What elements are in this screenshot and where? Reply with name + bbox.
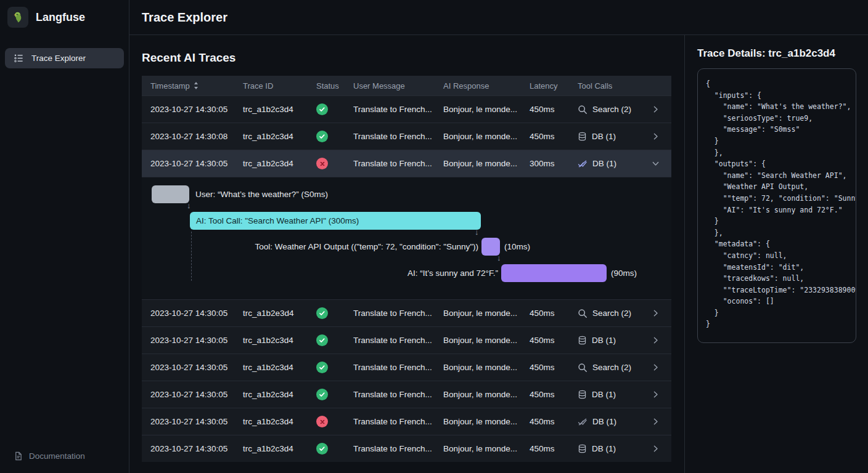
trace-details-title: Trace Details: trc_a1b2c3d4 bbox=[697, 47, 856, 60]
trace-json-viewer: { "inputs": { "name": "What's the weathe… bbox=[697, 68, 856, 343]
trace-waterfall-panel: User: “What’s the weather?” (S0ms) ↓ AI:… bbox=[142, 177, 671, 299]
brand-name: Langfuse bbox=[36, 11, 85, 24]
table-row[interactable]: 2023-10-27 14:30:05 trc_a1b2c3d4 Transla… bbox=[142, 150, 671, 177]
sidebar-item-trace-explorer[interactable]: Trace Explorer bbox=[5, 48, 124, 68]
latency-cell: 450ms bbox=[521, 132, 569, 141]
section-title: Recent AI Traces bbox=[142, 51, 671, 65]
tool-calls-label: DB (1) bbox=[592, 390, 616, 399]
span-label-tool-output: Tool: Weather API Output (("temp": 72, "… bbox=[255, 238, 478, 256]
table-row[interactable]: 2023-10-27 14:30:05 trc_a1b2c3d4 Transla… bbox=[142, 435, 671, 462]
double-check-icon bbox=[578, 159, 588, 169]
tool-calls-cell: DB (1) bbox=[569, 159, 645, 169]
user-message-cell: Translate to French... bbox=[345, 336, 435, 345]
chevron-down-icon[interactable] bbox=[651, 159, 660, 168]
documentation-link[interactable]: Documentation bbox=[14, 451, 85, 461]
status-icon bbox=[316, 416, 328, 427]
trace-id-cell: trc_a1b2e3d4 bbox=[234, 309, 308, 318]
tool-calls-label: DB (1) bbox=[592, 444, 616, 453]
database-icon bbox=[578, 444, 587, 453]
tool-calls-cell: Search (2) bbox=[569, 309, 645, 318]
langfuse-logo-icon bbox=[7, 7, 28, 28]
chevron-right-icon[interactable] bbox=[651, 132, 660, 141]
latency-cell: 450ms bbox=[521, 336, 569, 345]
table-row[interactable]: 2023-10-27 14:30:05 trc_a1b2c3d4 Transla… bbox=[142, 408, 671, 435]
span-label-tool-call: AI: Tool Call: "Search Weather API" (300… bbox=[196, 216, 359, 225]
trace-id-cell: trc_a1b2c3d4 bbox=[234, 105, 308, 114]
tool-calls-cell: DB (1) bbox=[569, 132, 645, 141]
ai-response-cell: Bonjour, le monde... bbox=[435, 159, 521, 168]
table-row[interactable]: 2023-10-27 14:30:05 trc_a1b2c3d4 Transla… bbox=[142, 354, 671, 381]
trace-id-cell: trc_a1b2c3d4 bbox=[234, 336, 308, 345]
timestamp-cell: 2023-10-27 14:30:05 bbox=[142, 417, 234, 426]
tool-calls-label: DB (1) bbox=[592, 132, 616, 141]
arrow-down-icon: ↓ bbox=[187, 201, 191, 209]
chevron-right-icon[interactable] bbox=[651, 390, 660, 399]
latency-cell: 450ms bbox=[521, 363, 569, 372]
status-icon bbox=[316, 389, 328, 400]
span-bar-user-input[interactable] bbox=[152, 185, 189, 203]
ai-response-cell: Bonjour, le monde... bbox=[435, 417, 521, 426]
arrow-down-icon: ↓ bbox=[497, 254, 501, 262]
chevron-right-icon[interactable] bbox=[651, 444, 660, 453]
trace-details-panel: Trace Details: trc_a1b2c3d4 { "inputs": … bbox=[684, 35, 868, 473]
status-cell bbox=[308, 334, 345, 346]
tool-calls-cell: DB (1) bbox=[569, 390, 645, 399]
ai-response-cell: Bonjour, le monde... bbox=[435, 309, 521, 318]
user-message-cell: Translate to French... bbox=[345, 309, 435, 318]
status-icon bbox=[316, 307, 328, 319]
brand: Langfuse bbox=[0, 0, 129, 34]
main-content: Recent AI Traces Timestamp Trace ID Sta bbox=[129, 35, 684, 473]
trace-id-cell: trc_a1b2c3d4 bbox=[234, 132, 308, 141]
span-duration-tool-output: (10ms) bbox=[504, 238, 530, 256]
table-row[interactable]: 2023-10-27 14:30:05 trc_a1b2c3d4 Transla… bbox=[142, 95, 671, 123]
documentation-label: Documentation bbox=[29, 451, 85, 461]
page-title: Trace Explorer bbox=[142, 10, 227, 25]
list-icon bbox=[14, 53, 24, 63]
tool-calls-label: Search (2) bbox=[592, 309, 631, 318]
latency-cell: 450ms bbox=[521, 309, 569, 318]
tool-calls-cell: DB (1) bbox=[569, 417, 645, 427]
span-label-user-input: User: “What’s the weather?” (S0ms) bbox=[195, 185, 328, 203]
status-cell bbox=[308, 307, 345, 319]
table-row[interactable]: 2023-10-27 14:30:05 trc_a1b2e3d4 Transla… bbox=[142, 299, 671, 326]
ai-response-cell: Bonjour, le monde... bbox=[435, 390, 521, 399]
latency-cell: 300ms bbox=[521, 159, 569, 168]
trace-id-cell: trc_a1b2c3d4 bbox=[234, 417, 308, 426]
sidebar: Langfuse Trace Explorer Documentation bbox=[0, 0, 129, 473]
database-icon bbox=[578, 390, 587, 399]
span-bar-tool-call[interactable]: AI: Tool Call: "Search Weather API" (300… bbox=[190, 212, 481, 230]
chevron-right-icon[interactable] bbox=[651, 309, 660, 318]
trace-id-cell: trc_a1b2c3d4 bbox=[234, 390, 308, 399]
tool-calls-label: Search (2) bbox=[592, 105, 631, 114]
user-message-cell: Translate to French... bbox=[345, 390, 435, 399]
user-message-cell: Translate to French... bbox=[345, 417, 435, 426]
traces-table: Timestamp Trace ID Status User Message A… bbox=[142, 76, 671, 462]
column-header-ai-response: AI Response bbox=[435, 81, 521, 91]
column-header-latency: Latency bbox=[521, 81, 569, 91]
column-header-timestamp[interactable]: Timestamp bbox=[142, 81, 234, 91]
chevron-right-icon[interactable] bbox=[651, 105, 660, 114]
chevron-right-icon[interactable] bbox=[651, 417, 660, 426]
status-cell bbox=[308, 103, 345, 115]
status-icon bbox=[316, 158, 328, 169]
arrow-down-icon: ↓ bbox=[475, 228, 479, 236]
chevron-right-icon[interactable] bbox=[651, 336, 660, 345]
column-header-status: Status bbox=[308, 81, 345, 91]
tool-calls-cell: DB (1) bbox=[569, 444, 645, 453]
status-icon bbox=[316, 334, 328, 346]
timestamp-cell: 2023-10-27 14:30:05 bbox=[142, 105, 234, 114]
search-icon bbox=[578, 363, 588, 373]
ai-response-cell: Bonjour, le monde... bbox=[435, 444, 521, 453]
table-row[interactable]: 2023-10-27 14:30:08 trc_a1b2c3d4 Transla… bbox=[142, 123, 671, 150]
latency-cell: 450ms bbox=[521, 390, 569, 399]
status-cell bbox=[308, 362, 345, 373]
status-icon bbox=[316, 443, 328, 455]
span-bar-ai-response[interactable] bbox=[501, 264, 607, 282]
timestamp-cell: 2023-10-27 14:30:05 bbox=[142, 363, 234, 372]
chevron-right-icon[interactable] bbox=[651, 363, 660, 372]
table-row[interactable]: 2023-10-27 14:30:05 trc_a1b2c3d4 Transla… bbox=[142, 381, 671, 408]
latency-cell: 450ms bbox=[521, 444, 569, 453]
status-cell bbox=[308, 443, 345, 455]
table-row[interactable]: 2023-10-27 14:30:05 trc_a1b2c3d4 Transla… bbox=[142, 326, 671, 354]
user-message-cell: Translate to French... bbox=[345, 444, 435, 453]
